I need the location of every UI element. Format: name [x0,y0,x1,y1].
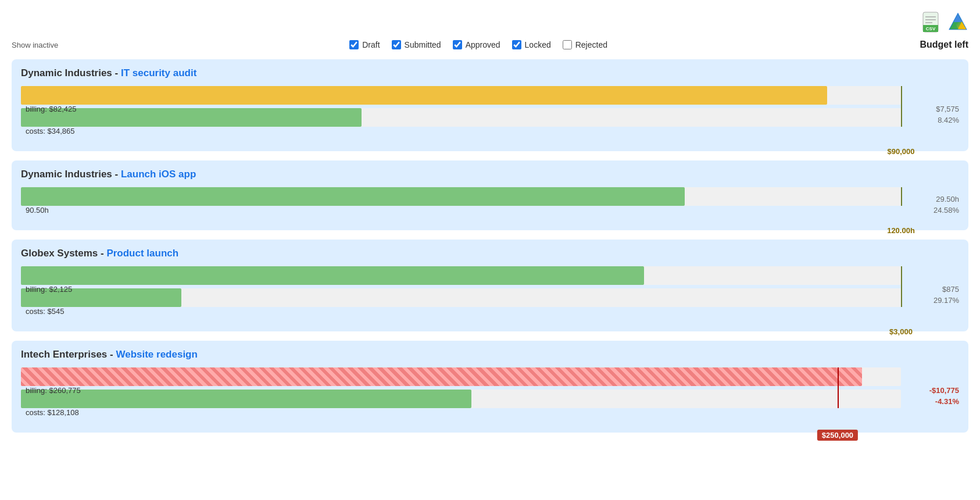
bar-row-costs1: costs: $34,865 [21,108,901,127]
approved-label: Approved [466,40,500,49]
svg-marker-9 [953,15,962,22]
locked-checkbox[interactable] [512,40,521,49]
budget-marker-proj3 [901,266,902,307]
budget-marker-proj2 [901,187,902,206]
stat2-proj1: 8.42% [938,116,959,124]
bar-fill-billing4 [21,367,862,386]
bar-track-billing3: billing: $2,125 [21,266,901,285]
project-title-proj1: Dynamic Industries - IT security audit [21,67,959,79]
locked-label: Locked [525,40,551,49]
stat1-proj2: 29.50h [936,195,959,203]
project-card-proj4: Intech Enterprises - Website redesignbil… [12,341,968,433]
bar-label-hours2: 90.50h [26,206,49,215]
stat1-proj3: $875 [942,285,959,294]
filter-bar: Show inactive Draft Submitted Approved L… [12,40,968,50]
bar-row-billing4: billing: $260,775 [21,367,901,386]
filter-draft[interactable]: Draft [349,40,380,49]
budget-label-proj3: $3,000 [889,327,913,336]
project-link-proj2[interactable]: Launch iOS app [121,169,196,180]
csv-export-button[interactable]: CSV [922,12,943,33]
budget-label-proj4: $250,000 [817,430,858,441]
stats-section-proj3: $87529.17% [901,266,959,323]
stat1-proj4: -$10,775 [929,386,959,395]
bar-row-billing1: billing: $82,425 [21,86,901,105]
rejected-checkbox[interactable] [563,40,572,49]
budget-label-proj2: 120.00h [887,226,915,235]
project-title-proj4: Intech Enterprises - Website redesign [21,349,959,360]
budget-label-proj1: $90,000 [888,147,915,156]
project-card-proj3: Globex Systems - Product launchbilling: … [12,240,968,331]
gdrive-export-button[interactable] [947,12,968,33]
project-title-proj2: Dynamic Industries - Launch iOS app [21,169,959,180]
bar-fill-costs4 [21,390,471,408]
bar-row-hours2: 90.50h [21,187,901,206]
bars-section-proj2: 90.50h120.00h [21,187,901,222]
bars-and-stats-proj2: 90.50h120.00h29.50h24.58% [21,187,959,222]
bar-fill-hours2 [21,187,685,206]
filter-submitted[interactable]: Submitted [392,40,441,49]
budget-left-header: Budget left [899,40,968,50]
bar-label-costs4: costs: $128,108 [26,408,79,417]
stat2-proj2: 24.58% [933,206,959,215]
project-card-proj2: Dynamic Industries - Launch iOS app90.50… [12,160,968,230]
stat2-proj4: -4.31% [935,397,959,406]
bars-and-stats-proj1: billing: $82,425costs: $34,865$90,000$7,… [21,86,959,143]
bar-track-costs3: costs: $545 [21,288,901,307]
rejected-label: Rejected [575,40,607,49]
approved-checkbox[interactable] [453,40,462,49]
projects-list: Dynamic Industries - IT security auditbi… [12,59,968,433]
filter-rejected[interactable]: Rejected [563,40,607,49]
svg-text:CSV: CSV [926,26,936,31]
stat1-proj1: $7,575 [936,105,959,113]
bar-fill-billing1 [21,86,827,105]
project-link-proj4[interactable]: Website redesign [116,349,197,360]
stats-section-proj1: $7,5758.42% [901,86,959,143]
bars-and-stats-proj4: billing: $260,775costs: $128,108$250,000… [21,367,959,424]
bars-section-proj1: billing: $82,425costs: $34,865$90,000 [21,86,901,143]
submitted-checkbox[interactable] [392,40,401,49]
bars-section-proj3: billing: $2,125costs: $545$3,000 [21,266,901,323]
show-inactive-label: Show inactive [12,41,58,49]
bar-label-costs1: costs: $34,865 [26,127,75,135]
bar-row-billing3: billing: $2,125 [21,266,901,285]
project-title-proj3: Globex Systems - Product launch [21,248,959,259]
bar-fill-billing3 [21,266,644,285]
bar-label-billing4: billing: $260,775 [26,386,81,395]
project-link-proj1[interactable]: IT security audit [121,67,196,78]
bar-track-billing4: billing: $260,775 [21,367,901,386]
bar-track-costs4: costs: $128,108 [21,390,901,408]
filter-approved[interactable]: Approved [453,40,500,49]
project-card-proj1: Dynamic Industries - IT security auditbi… [12,59,968,151]
stats-section-proj2: 29.50h24.58% [901,187,959,222]
bar-track-hours2: 90.50h [21,187,901,206]
draft-label: Draft [362,40,380,49]
draft-checkbox[interactable] [349,40,359,49]
bar-row-costs3: costs: $545 [21,288,901,307]
bar-track-billing1: billing: $82,425 [21,86,901,105]
filter-checks: Draft Submitted Approved Locked Rejected [72,40,885,49]
project-link-proj3[interactable]: Product launch [106,248,178,259]
bars-section-proj4: billing: $260,775costs: $128,108$250,000 [21,367,901,424]
bar-label-billing3: billing: $2,125 [26,285,72,294]
bar-track-costs1: costs: $34,865 [21,108,901,127]
budget-marker-proj1 [901,86,902,127]
budget-marker-proj4 [838,367,839,408]
stats-section-proj4: -$10,775-4.31% [901,367,959,424]
bar-label-costs3: costs: $545 [26,307,65,316]
bar-row-costs4: costs: $128,108 [21,390,901,408]
filter-locked[interactable]: Locked [512,40,551,49]
bars-and-stats-proj3: billing: $2,125costs: $545$3,000$87529.1… [21,266,959,323]
toolbar: CSV [12,12,968,33]
stat2-proj3: 29.17% [933,296,959,305]
submitted-label: Submitted [405,40,441,49]
bar-label-billing1: billing: $82,425 [26,105,76,113]
